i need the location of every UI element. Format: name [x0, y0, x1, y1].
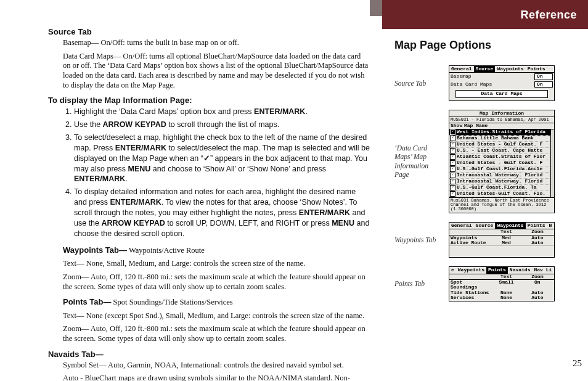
col-text: Text: [491, 274, 521, 279]
step: To display detailed information and note…: [74, 187, 370, 239]
checkbox-icon: ✓: [450, 160, 455, 166]
tab: General: [449, 223, 474, 229]
checkbox-icon: ✓: [450, 154, 455, 160]
row-name: Spot Soundings: [451, 280, 491, 290]
map-name: United States - Gulf Coast. F: [457, 142, 542, 147]
step: Highlight the ‘Data Card Maps’ option bo…: [74, 107, 370, 117]
map-name: Intracoastal Waterway. Florid: [457, 179, 542, 184]
navaids-symbolset-line: Symbol Set— Auto, Garmin, NOAA, Internat…: [63, 361, 370, 371]
tab-bar: e Waypoints Points Navaids Nav Li: [449, 267, 554, 274]
table-row: Active Route Med Auto: [449, 240, 554, 245]
step: Use the ARROW KEYPAD to scroll through t…: [74, 120, 370, 130]
display-mapinfo-heading: To display the Map Information Page:: [48, 96, 370, 105]
table-row: Spot Soundings Small On: [449, 280, 554, 290]
tab: Navaids: [508, 267, 533, 273]
figure-map-info: ‘Data Card Maps’ Map Information Page Ma…: [394, 110, 563, 213]
figure-points-tab: Points Tab e Waypoints Points Navaids Na…: [394, 266, 563, 301]
map-item: ✓Atlantic Coast.Straits of Flor: [449, 154, 554, 160]
tab: e: [449, 267, 456, 273]
tab: Waypoints: [495, 66, 525, 72]
tab: Source: [474, 223, 496, 229]
row-text: Med: [491, 240, 521, 245]
map-name: U.S.-Gulf Coast.Florida.Ancle: [457, 166, 542, 172]
setting-row: Basemap On: [449, 73, 554, 80]
row-text: None: [491, 295, 521, 300]
screenshot-source-tab: General Source Waypoints Points Basemap …: [449, 65, 555, 101]
map-name: U.S.-Gulf Coast.Florida. Ta: [457, 185, 537, 190]
source-datacard-para: Data Card Maps— On/Off: turns all option…: [63, 52, 370, 91]
map-item: ✓U.S. - East Coast. Cape Hatte: [449, 148, 554, 154]
map-item: ✓U.S.-Gulf Coast.Florida.Ancle: [449, 166, 554, 173]
setting-key: Data Card Maps: [451, 82, 534, 87]
sidebar-heading: Map Page Options: [394, 39, 563, 52]
setting-value: On: [534, 81, 553, 88]
screenshot-map-info: Map Information MUS5031 - Florida to Bah…: [449, 110, 555, 213]
checkbox-icon: ✓: [450, 185, 455, 190]
setting-key: Basemap: [451, 74, 534, 79]
tab: Points: [526, 223, 547, 229]
checkbox-icon: ✓: [450, 179, 455, 184]
table-row: Services None Auto: [449, 295, 554, 300]
sidebar-column: Reference Map Page Options Source Tab Ge…: [382, 0, 588, 381]
points-tab-sub: Spot Soundings/Tide Stations/Services: [111, 298, 232, 306]
map-name: United States-Gulf Coast. Flo.: [457, 191, 545, 197]
waypoints-zoom-line: Zoom— Auto, Off, 120 ft.-800 mi.: sets t…: [63, 272, 370, 292]
map-name: United States - Gulf Coast. F: [457, 160, 542, 166]
tab: Points: [526, 66, 547, 72]
setting-row: Data Card Maps On: [449, 81, 554, 88]
map-name: Atlantic Coast.Straits of Flor: [457, 154, 545, 160]
row-name: Services: [451, 295, 491, 300]
figure-caption: ‘Data Card Maps’ Map Information Page: [394, 144, 443, 179]
col-mapname: Map Name: [464, 123, 488, 128]
map-footnote: Mus5031 Bahamas. North East Providence C…: [449, 197, 554, 213]
figure-caption: Source Tab: [394, 79, 443, 88]
map-item: ✓Intracoastal Waterway. Florid: [449, 173, 554, 179]
map-item: ✓West Indies.Straits of Florida: [449, 129, 554, 136]
procedure-list: Highlight the ‘Data Card Maps’ option bo…: [48, 107, 370, 239]
points-tab-line: Points Tab— Spot Soundings/Tide Stations…: [63, 297, 370, 308]
tab: N: [547, 223, 553, 229]
manual-page: Source Tab Basemap— On/Off: turns the bu…: [0, 0, 588, 381]
step: To select/deselect a map, highlight the …: [74, 133, 370, 184]
col-text: Text: [491, 229, 521, 234]
reference-band: Reference: [382, 0, 588, 29]
page-number: 25: [573, 358, 582, 369]
map-item: ✓United States - Gulf Coast. F: [449, 160, 554, 166]
checkbox-icon: ✓: [450, 166, 455, 172]
points-tab-label: Points Tab—: [63, 297, 111, 306]
waypoints-text-line: Text— None, Small, Medium, and Large: co…: [63, 259, 370, 269]
map-name: Intracoastal Waterway. Florid: [457, 173, 542, 178]
map-item: ✓Bahamas.Little Bahama Bank: [449, 136, 554, 142]
figure-caption: Points Tab: [394, 279, 443, 288]
checkbox-icon: ✓: [450, 136, 455, 141]
source-tab-heading: Source Tab: [48, 27, 370, 36]
figure-waypoints-tab: Waypoints Tab General Source Waypoints P…: [394, 222, 563, 258]
col-blank: [451, 229, 491, 234]
tab-selected: Source: [474, 66, 496, 72]
map-name: West Indies.Straits of Florida: [457, 129, 545, 135]
row-zoom: On: [522, 280, 553, 290]
points-zoom-line: Zoom— Auto, Off, 120 ft.-800 mi.: sets t…: [63, 324, 370, 343]
waypoints-tab-line: Waypoints Tab— Waypoints/Active Route: [63, 245, 370, 256]
checkbox-icon: ✓: [450, 191, 455, 197]
scrollbar: [550, 129, 554, 197]
map-item: ✓Intracoastal Waterway. Florid: [449, 179, 554, 185]
checkbox-icon: ✓: [450, 148, 455, 154]
map-item: ✓U.S.-Gulf Coast.Florida. Ta: [449, 185, 554, 191]
screen-title: Map Information: [449, 110, 554, 117]
points-text-line: Text— None (except Spot Snd.), Small, Me…: [63, 311, 370, 321]
figure-caption: Waypoints Tab: [394, 236, 443, 244]
body-column: Source Tab Basemap— On/Off: turns the bu…: [0, 0, 382, 381]
map-name: Bahamas.Little Bahama Bank: [457, 136, 534, 141]
screenshot-points-tab: e Waypoints Points Navaids Nav Li Text Z…: [449, 266, 555, 301]
tab-bar: General Source Waypoints Points: [449, 66, 554, 73]
checkbox-icon: ✓: [450, 142, 455, 147]
col-blank: [451, 274, 491, 279]
map-list: ✓West Indies.Straits of Florida✓Bahamas.…: [449, 129, 554, 197]
map-name: U.S. - East Coast. Cape Hatte: [457, 148, 542, 154]
tab-selected: Waypoints: [495, 223, 525, 229]
checkbox-icon: ✓: [450, 173, 455, 178]
col-zoom: Zoom: [522, 274, 553, 279]
row-text: Small: [491, 280, 521, 290]
waypoints-tab-label: Waypoints Tab—: [63, 245, 127, 255]
